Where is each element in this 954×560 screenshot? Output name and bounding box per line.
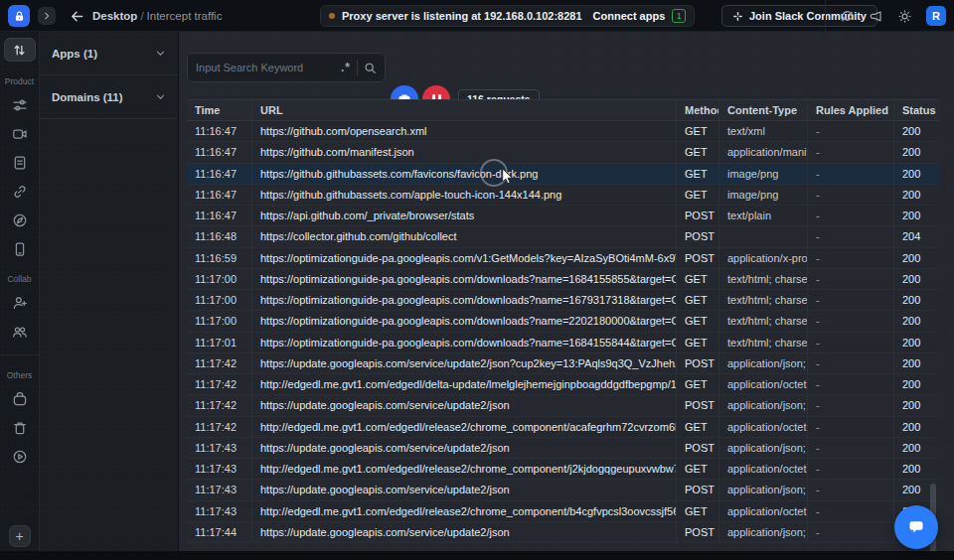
regex-toggle-icon[interactable]: .*: [341, 61, 351, 74]
table-row[interactable]: 11:16:47https://github.com/opensearch.xm…: [187, 121, 939, 142]
cell-url: https://github.com/opensearch.xml: [251, 121, 676, 141]
table-row[interactable]: 11:16:47https://github.githubassets.com/…: [187, 164, 939, 185]
cell-url: https://update.googleapis.com/service/up…: [251, 395, 676, 415]
window-bottom-edge: [0, 551, 954, 560]
rail-button-team[interactable]: [10, 322, 30, 342]
cell-type: application/manif…: [718, 142, 807, 162]
cell-method: POST: [676, 438, 718, 458]
rail-button-person-add[interactable]: [10, 293, 30, 313]
rail-button-document[interactable]: [10, 153, 30, 173]
traffic-arrows-icon[interactable]: [4, 38, 36, 62]
table-row[interactable]: 11:17:42http://edgedl.me.gvt1.com/edgedl…: [187, 374, 939, 395]
chat-widget-button[interactable]: [894, 505, 938, 549]
cell-url: http://edgedl.me.gvt1.com/edgedl/release…: [251, 459, 676, 479]
breadcrumb-separator: /: [140, 10, 143, 22]
top-bar: Desktop/Intercept traffic Proxy server i…: [0, 0, 954, 32]
table-row[interactable]: 11:17:43http://edgedl.me.gvt1.com/edgedl…: [187, 459, 939, 480]
back-button[interactable]: [70, 9, 84, 24]
table-header-row: TimeURLMethodContent-TypeRules AppliedSt…: [187, 99, 939, 121]
cell-method: GET: [676, 374, 718, 394]
table-row[interactable]: 11:17:00https://optimizationguide-pa.goo…: [187, 269, 939, 290]
cell-type: application/json; …: [718, 438, 807, 458]
table-row[interactable]: 11:16:59https://optimizationguide-pa.goo…: [187, 248, 939, 269]
domains-section-header[interactable]: Domains (11): [40, 75, 178, 119]
cell-time: 11:16:48: [187, 226, 251, 246]
left-icon-rail: ProductCollabOthers +: [0, 32, 40, 560]
column-header-status[interactable]: Status: [893, 100, 939, 120]
cell-rules: -: [807, 333, 893, 352]
cell-method: GET: [676, 164, 718, 184]
table-row[interactable]: 11:16:47https://github.com/manifest.json…: [187, 142, 939, 163]
table-row[interactable]: 11:17:43https://update.googleapis.com/se…: [187, 480, 939, 500]
bag-icon: [12, 391, 28, 407]
table-row[interactable]: 11:17:43https://update.googleapis.com/se…: [187, 438, 939, 459]
cell-status: 200: [893, 353, 939, 373]
rail-section-label: Product: [5, 76, 34, 86]
column-header-rules-applied[interactable]: Rules Applied: [807, 100, 893, 120]
table-row[interactable]: 11:17:44https://update.googleapis.com/se…: [187, 522, 939, 543]
cell-url: https://update.googleapis.com/service/up…: [251, 480, 676, 499]
column-header-url[interactable]: URL: [251, 100, 676, 120]
cell-type: text/html; charset…: [718, 311, 807, 331]
rail-button-link[interactable]: [10, 182, 30, 202]
connect-apps-button[interactable]: Connect apps: [593, 10, 666, 22]
table-row[interactable]: 11:17:43http://edgedl.me.gvt1.com/edgedl…: [187, 501, 939, 522]
proxy-status-pill: Proxy server is listening at 192.168.0.1…: [320, 5, 695, 27]
rail-button-screen-record[interactable]: [10, 124, 30, 144]
cell-time: 11:17:43: [187, 480, 251, 499]
rail-button-sliders[interactable]: [10, 95, 30, 115]
cell-status: 204: [893, 226, 939, 246]
chevron-down-icon: [155, 91, 166, 102]
cell-rules: -: [807, 353, 893, 373]
column-header-content-type[interactable]: Content-Type: [718, 100, 807, 120]
cell-rules: -: [807, 480, 893, 499]
column-header-time[interactable]: Time: [187, 100, 251, 120]
table-row[interactable]: 11:17:42https://update.googleapis.com/se…: [187, 395, 939, 416]
search-input[interactable]: [196, 62, 335, 73]
table-row[interactable]: 11:17:42http://edgedl.me.gvt1.com/edgedl…: [187, 417, 939, 438]
rail-groups: ProductCollabOthers: [0, 62, 39, 467]
table-row[interactable]: 11:17:00https://optimizationguide-pa.goo…: [187, 311, 939, 332]
user-avatar[interactable]: R: [926, 6, 946, 26]
settings-gear-icon[interactable]: [897, 9, 912, 24]
cell-type: application/octet-…: [718, 417, 807, 437]
add-plus-button[interactable]: +: [9, 525, 31, 547]
rail-button-compass[interactable]: [10, 210, 30, 230]
breadcrumb-root[interactable]: Desktop: [92, 10, 137, 22]
cell-type: application/json; …: [718, 522, 807, 542]
apps-section-header[interactable]: Apps (1): [40, 32, 178, 75]
table-row[interactable]: 11:17:01https://optimizationguide-pa.goo…: [187, 333, 939, 353]
table-row[interactable]: 11:16:47https://api.github.com/_private/…: [187, 206, 939, 226]
announcements-megaphone-icon[interactable]: [869, 9, 883, 24]
cell-url: https://update.googleapis.com/service/up…: [251, 522, 676, 542]
cell-type: application/x-prot…: [718, 248, 807, 268]
search-box: .*: [187, 53, 386, 82]
table-row[interactable]: 11:16:47https://github.githubassets.com/…: [187, 185, 939, 206]
chevron-right-icon: [42, 11, 52, 21]
proxy-lock-button[interactable]: [8, 5, 30, 27]
table-row[interactable]: 11:16:48https://collector.github.com/git…: [187, 226, 939, 247]
cell-type: text/plain: [718, 206, 807, 225]
team-icon: [12, 324, 28, 340]
document-icon: [12, 155, 28, 171]
rail-button-trash[interactable]: [10, 418, 30, 438]
rail-button-mobile[interactable]: [10, 239, 30, 259]
column-header-method[interactable]: Method: [676, 100, 718, 120]
rail-button-play-circle[interactable]: [10, 447, 30, 467]
cell-method: GET: [676, 333, 718, 352]
cell-time: 11:17:00: [187, 311, 251, 331]
cell-type: text/html; charset…: [718, 269, 807, 289]
table-row[interactable]: 11:17:00https://optimizationguide-pa.goo…: [187, 290, 939, 311]
cell-rules: -: [807, 374, 893, 394]
rail-section-label: Others: [7, 370, 33, 380]
cell-url: https://optimizationguide-pa.googleapis.…: [251, 290, 676, 310]
sync-icon[interactable]: [840, 9, 855, 24]
rail-button-bag[interactable]: [10, 389, 30, 409]
expand-panel-button[interactable]: [38, 7, 56, 25]
table-row[interactable]: 11:17:42https://update.googleapis.com/se…: [187, 353, 939, 374]
person-add-icon: [12, 295, 28, 311]
cell-rules: -: [807, 269, 893, 289]
cell-url: https://optimizationguide-pa.googleapis.…: [251, 333, 676, 352]
connect-apps-badge: 1: [672, 9, 686, 23]
search-icon[interactable]: [364, 62, 377, 74]
